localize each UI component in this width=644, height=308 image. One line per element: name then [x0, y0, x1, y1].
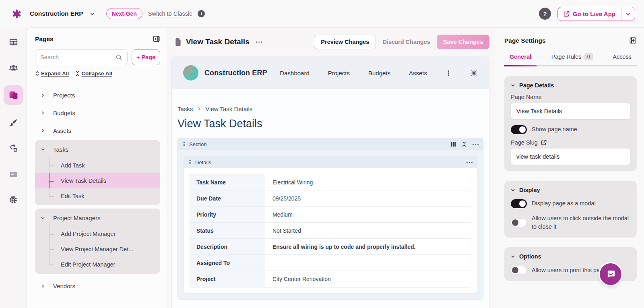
- tree-item-project-managers[interactable]: Project Managers: [35, 209, 160, 226]
- chevron-right-icon: [41, 93, 45, 97]
- settings-tabs: General Page Rules 0 Access: [504, 53, 637, 66]
- click-outside-modal-label: Allow users to click outside the modal t…: [532, 214, 630, 231]
- page-name-input[interactable]: [511, 103, 630, 119]
- go-to-live-app-button[interactable]: Go to Live App: [557, 7, 635, 21]
- theme-sun-icon[interactable]: [470, 69, 478, 77]
- app-nav-budgets[interactable]: Budgets: [368, 70, 390, 76]
- collapse-sidebar-icon[interactable]: [153, 35, 160, 43]
- pages-sidebar: Pages + Page Expand All: [27, 28, 166, 308]
- rail-workflows-button[interactable]: [5, 140, 21, 156]
- section-block: Section Details: [178, 138, 483, 300]
- collapse-all-icon: [75, 70, 80, 76]
- click-outside-modal-toggle[interactable]: [511, 218, 527, 227]
- tree-group-project-managers: Project Managers Add Project Manager Vie…: [35, 209, 160, 274]
- page-slug-input[interactable]: [511, 149, 630, 165]
- open-slug-external-link-icon[interactable]: [541, 140, 547, 145]
- tree-item-assets[interactable]: Assets: [35, 122, 160, 139]
- search-icon: [116, 54, 122, 61]
- page-name-label: Page Name: [511, 94, 630, 100]
- go-to-live-app-label: Go to Live App: [573, 10, 615, 17]
- breadcrumb-current[interactable]: View Task Details: [205, 105, 252, 112]
- collapse-settings-panel-icon[interactable]: [629, 37, 637, 44]
- tree-item-vendors[interactable]: Vendors: [35, 277, 160, 295]
- table-row: Task Name Electrical Wiring: [190, 174, 471, 190]
- app-nav-projects[interactable]: Projects: [328, 70, 350, 76]
- app-nav-assets[interactable]: Assets: [409, 70, 427, 76]
- workspace-chevron-down-icon[interactable]: [90, 11, 95, 17]
- tree-item-view-project-manager-details[interactable]: View Project Manager Det...: [35, 242, 160, 257]
- page-search-input[interactable]: [40, 54, 116, 60]
- breadcrumb-chevron-icon: [197, 107, 201, 111]
- app-nav-more-kebab-icon[interactable]: [446, 70, 452, 76]
- columns-layout-icon[interactable]: [451, 142, 456, 147]
- chat-support-button[interactable]: [600, 263, 621, 285]
- tree-item-budgets[interactable]: Budgets: [35, 104, 160, 122]
- expand-all-link[interactable]: Expand All: [35, 70, 69, 76]
- pages-tree: Projects Budgets Assets Tasks Add: [35, 86, 160, 295]
- tree-item-projects[interactable]: Projects: [35, 86, 160, 104]
- rail-settings-button[interactable]: [5, 192, 21, 208]
- breadcrumb-parent[interactable]: Tasks: [178, 105, 193, 112]
- rail-data-tables-button[interactable]: [5, 34, 21, 50]
- tree-item-view-task-details[interactable]: View Task Details: [35, 173, 160, 188]
- workspace-name[interactable]: Construction ERP: [30, 10, 83, 17]
- info-icon[interactable]: i: [198, 10, 205, 17]
- breadcrumb: Tasks View Task Details: [178, 105, 483, 112]
- display-section-header[interactable]: Display: [511, 187, 630, 193]
- section-drag-handle[interactable]: [182, 142, 186, 147]
- tab-page-rules[interactable]: Page Rules 0: [546, 53, 598, 65]
- rail-theme-button[interactable]: [5, 114, 21, 130]
- sidebar-title: Pages: [35, 35, 54, 43]
- preview-changes-button[interactable]: Preview Changes: [314, 35, 376, 49]
- page-details-section-header[interactable]: Page Details: [511, 82, 630, 89]
- details-drag-handle[interactable]: [188, 160, 192, 165]
- display-as-modal-label: Display page as a modal: [532, 199, 596, 208]
- add-page-button[interactable]: + Page: [132, 49, 160, 65]
- allow-print-toggle[interactable]: [511, 266, 527, 275]
- tree-item-add-task[interactable]: Add Task: [35, 158, 160, 173]
- table-row: Assigned To: [190, 255, 471, 271]
- chevron-right-icon: [41, 128, 45, 133]
- section-options-menu-icon[interactable]: [473, 144, 479, 145]
- tab-general[interactable]: General: [504, 53, 537, 65]
- tree-item-edit-task[interactable]: Edit Task: [35, 188, 160, 204]
- tree-group-tasks: Tasks Add Task View Task Details Edit Ta…: [35, 140, 160, 205]
- table-icon: [9, 37, 18, 47]
- help-button[interactable]: ?: [539, 8, 551, 20]
- topbar: Construction ERP Next-Gen Switch to Clas…: [0, 0, 644, 27]
- task-details-table: Task Name Electrical Wiring Due Date 09/…: [190, 174, 471, 287]
- page-details-card: Page Details Page Name Show page name Pa…: [504, 76, 637, 171]
- collapse-all-link[interactable]: Collapse All: [75, 70, 112, 76]
- display-as-modal-toggle[interactable]: [511, 199, 527, 208]
- chevron-down-icon: [511, 188, 515, 192]
- icon-rail: [0, 27, 27, 308]
- tree-item-edit-project-manager[interactable]: Edit Project Manager: [35, 257, 160, 272]
- discard-changes-button[interactable]: Discard Changes: [382, 39, 430, 45]
- switch-to-classic-link[interactable]: Switch to Classic: [148, 10, 192, 17]
- options-section-header[interactable]: Options: [511, 253, 630, 260]
- show-page-name-toggle[interactable]: [511, 125, 527, 134]
- external-link-icon: [564, 11, 570, 17]
- tab-access[interactable]: Access: [607, 53, 637, 65]
- tree-item-add-project-manager[interactable]: Add Project Manager: [35, 226, 160, 242]
- app-nav-dashboard[interactable]: Dashboard: [280, 70, 309, 76]
- chevron-down-icon: [511, 254, 515, 259]
- rail-pages-button[interactable]: [4, 85, 23, 105]
- chevron-down-icon: [511, 83, 515, 88]
- chevron-down-icon: [41, 216, 45, 220]
- live-app-dropdown-chevron-icon[interactable]: [621, 7, 635, 21]
- tree-item-tasks[interactable]: Tasks: [35, 141, 160, 158]
- paintbrush-icon: [9, 118, 18, 127]
- details-options-menu-icon[interactable]: [466, 162, 473, 163]
- table-row: Priority Medium: [190, 207, 471, 223]
- rail-users-button[interactable]: [5, 60, 21, 76]
- pages-icon: [8, 90, 19, 100]
- app-name: Construction ERP: [204, 69, 267, 77]
- collapse-section-icon[interactable]: [462, 141, 467, 147]
- page-rules-count-badge: 0: [584, 53, 593, 60]
- rail-billing-button[interactable]: [5, 166, 21, 182]
- page-options-menu-icon[interactable]: [256, 41, 262, 43]
- page-search[interactable]: [35, 49, 128, 65]
- page-slug-label: Page Slug: [511, 139, 630, 146]
- save-changes-button[interactable]: Save Changes: [437, 35, 489, 49]
